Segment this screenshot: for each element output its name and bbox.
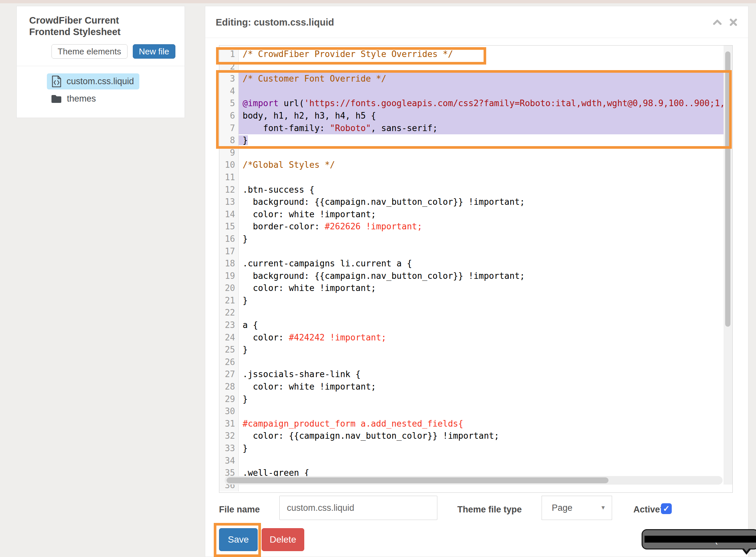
- code-line-30[interactable]: 30: [219, 405, 732, 418]
- code-line-2[interactable]: 2: [219, 61, 732, 73]
- code-text: [239, 85, 732, 98]
- theme-elements-button[interactable]: Theme elements: [52, 44, 128, 59]
- code-line-13[interactable]: 13 background: {{campaign.nav_button_col…: [219, 196, 732, 208]
- code-line-26[interactable]: 26: [219, 356, 732, 369]
- folder-icon: [51, 94, 62, 104]
- code-text: [239, 455, 732, 467]
- code-line-33[interactable]: 33}: [219, 442, 732, 455]
- code-line-20[interactable]: 20 color: white !important;: [219, 282, 732, 295]
- active-checkbox[interactable]: ✓: [661, 503, 672, 514]
- folder-item-themes[interactable]: themes: [51, 94, 185, 104]
- theme-file-type-select[interactable]: Page ▼: [541, 496, 612, 520]
- line-number: 34: [219, 455, 239, 467]
- code-text: @import url('https://fonts.googleapis.co…: [239, 97, 732, 110]
- editing-panel-header: Editing: custom.css.liquid: [205, 6, 748, 38]
- code-line-6[interactable]: 6body, h1, h2, h3, h4, h5 {: [219, 110, 732, 122]
- redaction-bar: [645, 536, 756, 543]
- sidebar-title: CrowdFiber Current Frontend Stylesheet: [29, 15, 150, 38]
- file-name-label: File name: [219, 505, 260, 515]
- code-line-29[interactable]: 29}: [219, 393, 732, 406]
- code-line-34[interactable]: 34: [219, 455, 732, 467]
- code-text: /*Global Styles */: [239, 159, 732, 171]
- close-icon[interactable]: [729, 18, 738, 27]
- checkmark-icon: ✓: [663, 504, 670, 514]
- code-line-15[interactable]: 15 border-color: #262626 !important;: [219, 221, 732, 233]
- line-number: 15: [219, 221, 239, 233]
- code-line-5[interactable]: 5@import url('https://fonts.googleapis.c…: [219, 97, 732, 110]
- code-text: font-family: "Roboto", sans-serif;: [239, 122, 732, 135]
- line-number: 21: [219, 295, 239, 307]
- code-text: color: white !important;: [239, 208, 732, 221]
- vertical-scrollbar-track[interactable]: [724, 46, 732, 485]
- new-file-button[interactable]: New file: [133, 44, 175, 59]
- code-line-10[interactable]: 10/*Global Styles */: [219, 159, 732, 171]
- editing-panel-title: Editing: custom.css.liquid: [216, 17, 334, 28]
- code-line-22[interactable]: 22: [219, 307, 732, 319]
- code-text: }: [239, 295, 732, 307]
- code-line-7[interactable]: 7 font-family: "Roboto", sans-serif;: [219, 122, 732, 135]
- css-code-editor[interactable]: 1/* CrowdFiber Provider Style Overrides …: [219, 45, 733, 493]
- code-line-12[interactable]: 12.btn-success {: [219, 184, 732, 196]
- line-number: 11: [219, 171, 239, 184]
- code-line-14[interactable]: 14 color: white !important;: [219, 208, 732, 221]
- code-line-17[interactable]: 17: [219, 245, 732, 258]
- horizontal-scrollbar-track[interactable]: [225, 476, 723, 485]
- window-top-strip: [0, 0, 756, 3]
- code-line-31[interactable]: 31#campaign_product_form a.add_nested_fi…: [219, 418, 732, 430]
- line-number: 20: [219, 282, 239, 295]
- code-line-27[interactable]: 27.jssocials-share-link {: [219, 368, 732, 381]
- line-number: 3: [219, 73, 239, 85]
- line-number: 18: [219, 258, 239, 270]
- save-button[interactable]: Save: [219, 528, 258, 551]
- line-number: 24: [219, 331, 239, 344]
- code-text: }: [239, 134, 732, 147]
- code-line-9[interactable]: 9: [219, 147, 732, 159]
- line-number: 12: [219, 184, 239, 196]
- theme-file-type-label: Theme file type: [457, 505, 522, 515]
- code-line-25[interactable]: 25}: [219, 344, 732, 356]
- code-line-8[interactable]: 8}: [219, 134, 732, 147]
- sidebar-header: CrowdFiber Current Frontend Stylesheet T…: [17, 6, 185, 66]
- code-line-4[interactable]: 4: [219, 85, 732, 98]
- line-number: 27: [219, 368, 239, 381]
- code-line-28[interactable]: 28 color: white !important;: [219, 381, 732, 393]
- code-line-32[interactable]: 32 color: {{campaign.nav_button_color}} …: [219, 430, 732, 442]
- code-text: border-color: #262626 !important;: [239, 221, 732, 233]
- code-text: color: white !important;: [239, 282, 732, 295]
- delete-button[interactable]: Delete: [262, 528, 304, 551]
- code-line-24[interactable]: 24 color: #424242 !important;: [219, 331, 732, 344]
- file-item-custom-css-liquid[interactable]: custom.css.liquid: [47, 74, 139, 89]
- line-number: 33: [219, 442, 239, 455]
- theme-file-type-value: Page: [552, 503, 572, 513]
- code-line-16[interactable]: 16}: [219, 233, 732, 245]
- code-text: color: {{campaign.nav_button_color}} !im…: [239, 430, 732, 442]
- tooltip-tail-inner: [742, 546, 751, 552]
- line-number: 1: [219, 48, 239, 61]
- code-text: [239, 171, 732, 184]
- folder-item-label: themes: [67, 94, 96, 104]
- vertical-scrollbar-thumb[interactable]: [725, 52, 730, 327]
- active-label: Active?: [634, 505, 666, 515]
- line-number: 32: [219, 430, 239, 442]
- line-number: 8: [219, 134, 239, 147]
- code-line-19[interactable]: 19 background: {{campaign.nav_button_col…: [219, 270, 732, 283]
- code-line-3[interactable]: 3/* Customer Font Override */: [219, 73, 732, 85]
- line-number: 14: [219, 208, 239, 221]
- code-line-11[interactable]: 11: [219, 171, 732, 184]
- file-name-input[interactable]: [279, 496, 437, 520]
- redacted-tooltip: * 110southbroad (Chann: [642, 529, 756, 550]
- code-text: }: [239, 442, 732, 455]
- code-line-1[interactable]: 1/* CrowdFiber Provider Style Overrides …: [219, 48, 732, 61]
- code-line-18[interactable]: 18.current-campaigns li.current a {: [219, 258, 732, 270]
- collapse-chevron-up-icon[interactable]: [713, 18, 722, 27]
- horizontal-scrollbar-thumb[interactable]: [227, 477, 609, 483]
- line-number: 6: [219, 110, 239, 122]
- code-text: }: [239, 233, 732, 245]
- code-line-23[interactable]: 23a {: [219, 319, 732, 331]
- code-line-21[interactable]: 21}: [219, 295, 732, 307]
- code-text: .jssocials-share-link {: [239, 368, 732, 381]
- line-number: 4: [219, 85, 239, 98]
- code-lines: 1/* CrowdFiber Provider Style Overrides …: [219, 48, 732, 492]
- line-number: 23: [219, 319, 239, 331]
- line-number: 16: [219, 233, 239, 245]
